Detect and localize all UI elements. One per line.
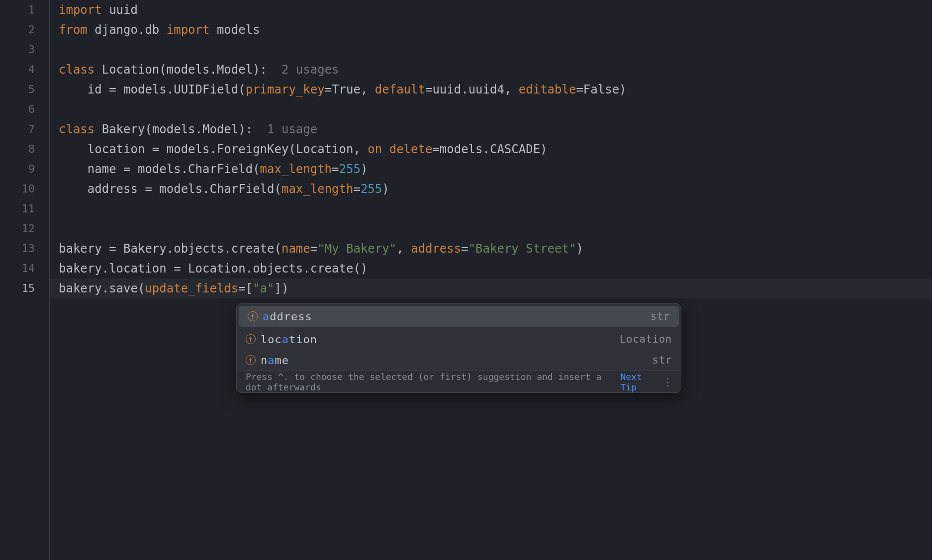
completion-type: Location: [620, 333, 672, 345]
line-number[interactable]: 1: [0, 0, 35, 20]
code-line[interactable]: [59, 99, 932, 119]
code-line[interactable]: [59, 219, 932, 239]
code-line[interactable]: bakery = Bakery.objects.create(name="My …: [59, 239, 932, 259]
code-line-current[interactable]: bakery.save(update_fields=["a"]): [50, 279, 932, 298]
line-number[interactable]: 10: [0, 179, 35, 199]
code-line[interactable]: from django.db import models: [59, 20, 932, 40]
completion-hint: Press ^. to choose the selected (or firs…: [246, 372, 620, 392]
gutter: 1 2 3 4 5 6 7 8 9 10 11 12 13 14 15: [0, 0, 50, 560]
code-line[interactable]: [59, 40, 932, 60]
code-line[interactable]: address = models.CharField(max_length=25…: [59, 179, 932, 199]
line-number[interactable]: 14: [0, 259, 35, 279]
code-line[interactable]: id = models.UUIDField(primary_key=True, …: [59, 80, 932, 99]
code-line[interactable]: class Location(models.Model): 2 usages: [59, 60, 932, 80]
completion-label: location: [261, 333, 317, 346]
completion-label: address: [263, 310, 312, 323]
usage-hint[interactable]: 2 usages: [281, 63, 339, 77]
code-area[interactable]: import uuid from django.db import models…: [50, 0, 932, 560]
line-number[interactable]: 9: [0, 159, 35, 179]
line-number[interactable]: 4: [0, 60, 35, 80]
line-number[interactable]: 12: [0, 219, 35, 239]
completion-type: str: [652, 354, 672, 366]
code-editor: 1 2 3 4 5 6 7 8 9 10 11 12 13 14 15 impo…: [0, 0, 932, 560]
completion-popup: f address str f location Location f name…: [236, 303, 681, 393]
line-number[interactable]: 6: [0, 99, 35, 119]
code-line[interactable]: import uuid: [59, 0, 932, 20]
completion-item[interactable]: f location Location: [237, 329, 681, 350]
line-number[interactable]: 7: [0, 119, 35, 139]
more-icon[interactable]: ⋮: [663, 376, 672, 388]
line-number[interactable]: 15: [0, 279, 35, 298]
line-number[interactable]: 8: [0, 139, 35, 159]
completion-type: str: [651, 310, 670, 322]
completion-item[interactable]: f name str: [237, 350, 681, 371]
completion-item[interactable]: f address str: [239, 306, 679, 327]
code-line[interactable]: bakery.location = Location.objects.creat…: [59, 259, 932, 279]
code-line[interactable]: location = models.ForeignKey(Location, o…: [59, 139, 932, 159]
line-number[interactable]: 3: [0, 40, 35, 60]
field-icon: f: [246, 355, 256, 365]
code-line[interactable]: [59, 199, 932, 219]
field-icon: f: [248, 311, 258, 321]
field-icon: f: [246, 334, 256, 344]
code-line[interactable]: name = models.CharField(max_length=255): [59, 159, 932, 179]
line-number[interactable]: 11: [0, 199, 35, 219]
line-number[interactable]: 5: [0, 80, 35, 99]
line-number[interactable]: 13: [0, 239, 35, 259]
completion-label: name: [261, 354, 289, 367]
next-tip-link[interactable]: Next Tip: [620, 372, 655, 392]
usage-hint[interactable]: 1 usage: [267, 122, 317, 136]
code-line[interactable]: class Bakery(models.Model): 1 usage: [59, 119, 932, 139]
completion-footer: Press ^. to choose the selected (or firs…: [237, 371, 681, 392]
line-number[interactable]: 2: [0, 20, 35, 40]
